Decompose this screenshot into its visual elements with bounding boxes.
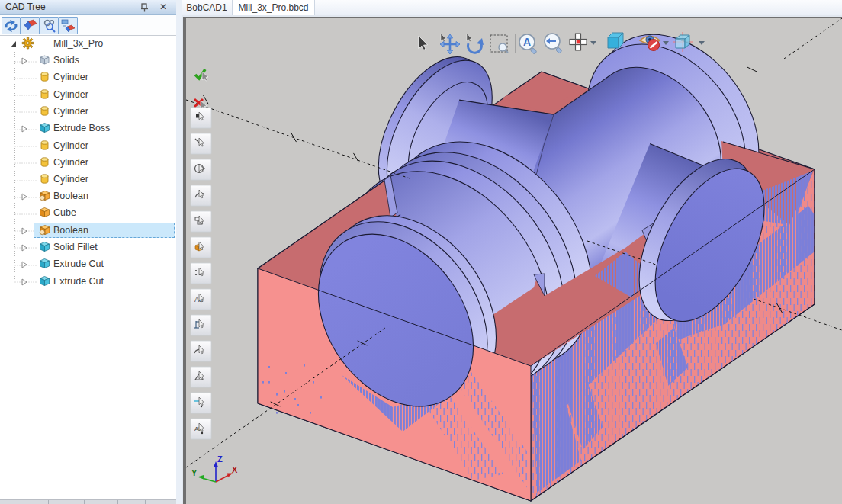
svg-text:Z: Z [217, 454, 223, 464]
svg-text:A: A [523, 36, 531, 48]
svg-text:X: X [232, 465, 238, 474]
svg-text:Y: Y [191, 468, 198, 477]
